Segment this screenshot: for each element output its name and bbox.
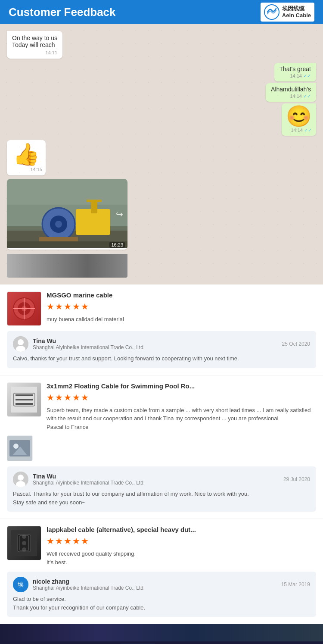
chat-bubbles-right: That's great 14:14 ✓✓ Alhamdulillah's 14… xyxy=(7,63,316,138)
product-info-1: MGSGO marine cable ★ ★ ★ ★ ★ muy buena c… xyxy=(47,291,316,324)
product-thumb-1 xyxy=(7,291,41,326)
response-box-1: Tina Wu Shanghai Aiyinbeike Internationa… xyxy=(7,331,316,368)
svg-point-18 xyxy=(18,339,24,345)
svg-point-9 xyxy=(55,221,62,228)
chat-area: On the way to us Today will reach 14:11 … xyxy=(0,24,323,284)
svg-point-30 xyxy=(18,475,24,481)
bubble-right-2: Alhamdulillah's 14:14 ✓✓ xyxy=(266,83,316,102)
photo-time: 16:23 xyxy=(109,242,125,248)
thumbs-up-icon: 👍 xyxy=(10,144,42,165)
review-top-3: lappkabel cable (alternative), special h… xyxy=(7,526,316,566)
stars-3: ★ ★ ★ ★ ★ xyxy=(47,536,316,546)
svg-point-27 xyxy=(13,444,19,449)
photo-bubble[interactable]: 16:23 ↪ xyxy=(7,179,127,250)
bubble-right-1-time: 14:14 ✓✓ xyxy=(280,73,311,79)
header: Customer Feedback 埃因线缆 Aein Cable xyxy=(0,0,323,24)
logo-area: 埃因线缆 Aein Cable xyxy=(261,3,314,22)
response-box-2: Tina Wu Shanghai Aiyinbeike Internationa… xyxy=(7,466,316,512)
city-skyline-icon xyxy=(0,641,323,644)
photo-partial-inner xyxy=(7,254,127,278)
avatar-icon-2 xyxy=(13,472,28,487)
response-text-2: Pascal. Thanks for your trust to our com… xyxy=(13,490,310,506)
bubble-left-time: 14:11 xyxy=(12,50,57,55)
product-thumb-3 xyxy=(7,526,41,560)
forward-icon[interactable]: ↪ xyxy=(116,209,123,219)
emoji-time: 14:14 ✓✓ xyxy=(291,128,312,133)
product-info-2: 3x1mm2 Floating Cable for Swimming Pool … xyxy=(47,382,316,431)
thumbs-up-bubble: 👍 14:15 xyxy=(7,140,316,179)
responder-avatar-2 xyxy=(13,472,28,487)
stars-2: ★ ★ ★ ★ ★ xyxy=(47,392,316,403)
floating-cable-icon xyxy=(11,387,37,413)
review-text-2: Superb team, they made a custom cable fr… xyxy=(47,406,316,431)
chat-bubble-left: On the way to us Today will reach 14:11 xyxy=(7,31,316,63)
reviews-section: MGSGO marine cable ★ ★ ★ ★ ★ muy buena c… xyxy=(0,284,323,624)
logo-text: 埃因线缆 Aein Cable xyxy=(282,5,311,19)
responder-company-1: Shanghai Aiyinbeike International Trade … xyxy=(33,344,145,350)
avatar-icon-1 xyxy=(13,336,28,352)
marine-cable-icon xyxy=(11,296,37,322)
review-photo-2[interactable] xyxy=(7,435,33,461)
product-name-3: lappkabel cable (alternative), special h… xyxy=(47,526,316,533)
response-text-3: Glad to be of service. Thank you for you… xyxy=(13,595,310,612)
checkmarks-1: ✓✓ xyxy=(303,73,311,78)
svg-rect-5 xyxy=(91,200,97,213)
cable-reel-image xyxy=(7,179,127,248)
review-photo-icon xyxy=(7,436,32,461)
contact-bg: ◄ CONTACT US ► << Need to consult more i… xyxy=(0,624,323,644)
review-top-1: MGSGO marine cable ★ ★ ★ ★ ★ muy buena c… xyxy=(7,291,316,326)
responder-name-2: Tina Wu xyxy=(33,473,145,480)
response-date-1: 25 Oct 2020 xyxy=(282,341,310,347)
bubble-right-2-time: 14:14 ✓✓ xyxy=(271,94,311,99)
emoji-checkmarks: ✓✓ xyxy=(304,128,312,133)
svg-point-35 xyxy=(22,541,26,545)
aein-logo-icon xyxy=(264,4,280,20)
review-card-2: 3x1mm2 Floating Cable for Swimming Pool … xyxy=(0,375,323,519)
response-header-1: Tina Wu Shanghai Aiyinbeike Internationa… xyxy=(13,336,310,352)
svg-rect-10 xyxy=(39,237,78,241)
contact-footer: ◄ CONTACT US ► << Need to consult more i… xyxy=(0,624,323,644)
svg-rect-6 xyxy=(87,200,102,202)
review-card-1: MGSGO marine cable ★ ★ ★ ★ ★ muy buena c… xyxy=(0,284,323,375)
responder-company-2: Shanghai Aiyinbeike International Trade … xyxy=(33,480,145,486)
response-text-1: Calvo, thanks for your trust and support… xyxy=(13,354,310,363)
bubble-left-text: On the way to us Today will reach xyxy=(12,34,57,48)
response-header-3: 埃 nicole zhang Shanghai Aiyinbeike Inter… xyxy=(13,577,310,592)
checkmarks-2: ✓✓ xyxy=(303,94,311,99)
avatar-icon-3: 埃 xyxy=(13,577,28,592)
product-info-3: lappkabel cable (alternative), special h… xyxy=(47,526,316,566)
photo-partial-container xyxy=(7,254,316,278)
svg-rect-40 xyxy=(0,641,323,644)
review-top-2: 3x1mm2 Floating Cable for Swimming Pool … xyxy=(7,382,316,431)
product-name-2: 3x1mm2 Floating Cable for Swimming Pool … xyxy=(47,382,316,390)
response-date-3: 15 Mar 2019 xyxy=(281,581,310,588)
review-text-3: Well received good quality shipping. It'… xyxy=(47,550,316,566)
response-box-3: 埃 nicole zhang Shanghai Aiyinbeike Inter… xyxy=(7,572,316,617)
review-text-1: muy buena calidad del material xyxy=(47,315,316,324)
photo-partial[interactable] xyxy=(7,254,127,278)
response-header-2: Tina Wu Shanghai Aiyinbeike Internationa… xyxy=(13,472,310,487)
responder-name-3: nicole zhang xyxy=(33,578,145,585)
response-date-2: 29 Jul 2020 xyxy=(283,476,310,482)
responder-company-3: Shanghai Aiyinbeike International Trade … xyxy=(33,585,145,591)
stars-1: ★ ★ ★ ★ ★ xyxy=(47,301,316,312)
photo-bubble-container: 16:23 ↪ xyxy=(7,179,316,251)
responder-avatar-3: 埃 xyxy=(13,577,28,592)
product-thumb-2 xyxy=(7,382,41,417)
product-name-1: MGSGO marine cable xyxy=(47,291,316,299)
grinning-emoji-icon: 😊 xyxy=(286,106,312,127)
emoji-bubble: 😊 14:14 ✓✓ xyxy=(282,103,316,136)
svg-text:埃: 埃 xyxy=(17,581,24,588)
responder-avatar-1 xyxy=(13,336,28,352)
review-card-3: lappkabel cable (alternative), special h… xyxy=(0,519,323,624)
responder-name-1: Tina Wu xyxy=(33,338,145,344)
header-title: Customer Feedback xyxy=(9,6,116,19)
heavy-duty-cable-icon xyxy=(11,530,37,556)
bubble-right-1: That's great 14:14 ✓✓ xyxy=(274,63,317,81)
thumb-time: 14:15 xyxy=(10,167,42,172)
